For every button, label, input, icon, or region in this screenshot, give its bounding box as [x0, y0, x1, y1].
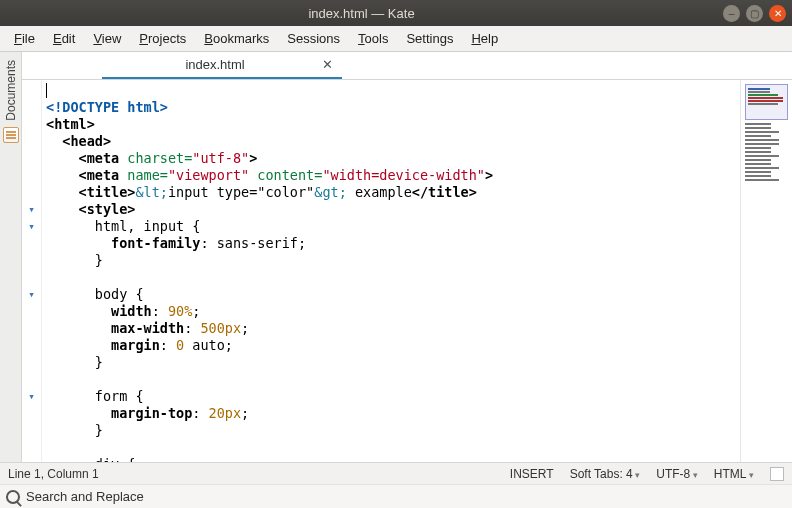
search-replace-bar[interactable]: Search and Replace [0, 484, 792, 508]
cursor-position[interactable]: Line 1, Column 1 [8, 467, 99, 481]
menu-settings[interactable]: Settings [398, 29, 461, 48]
menu-bar: File Edit View Projects Bookmarks Sessio… [0, 26, 792, 52]
encoding-selector[interactable]: UTF-8 [656, 467, 698, 481]
menu-sessions[interactable]: Sessions [279, 29, 348, 48]
tab-label: index.html [110, 57, 320, 72]
menu-file[interactable]: File [6, 29, 43, 48]
fold-gutter[interactable]: ▾ ▾ ▾ ▾ [22, 80, 42, 462]
fold-marker-icon[interactable]: ▾ [22, 218, 41, 235]
documents-icon[interactable] [3, 127, 19, 143]
fold-marker-icon[interactable]: ▾ [22, 201, 41, 218]
code-editor[interactable]: <!DOCTYPE html> <html> <head> <meta char… [42, 80, 740, 462]
minimap-viewport[interactable] [745, 84, 788, 120]
menu-projects[interactable]: Projects [131, 29, 194, 48]
fold-marker-icon[interactable]: ▾ [22, 388, 41, 405]
minimap[interactable] [740, 80, 792, 462]
menu-help[interactable]: Help [463, 29, 506, 48]
window-minimize-button[interactable]: – [723, 5, 740, 22]
documents-panel-toggle[interactable]: Documents [4, 60, 18, 121]
menu-bookmarks[interactable]: Bookmarks [196, 29, 277, 48]
fold-marker-icon[interactable]: ▾ [22, 286, 41, 303]
tab-bar: index.html ✕ [22, 52, 792, 80]
window-titlebar: index.html — Kate – ▢ ✕ [0, 0, 792, 26]
tab-index-html[interactable]: index.html ✕ [102, 52, 342, 79]
tab-close-icon[interactable]: ✕ [320, 58, 334, 72]
menu-view[interactable]: View [85, 29, 129, 48]
syntax-selector[interactable]: HTML [714, 467, 754, 481]
indentation-selector[interactable]: Soft Tabs: 4 [570, 467, 641, 481]
text-cursor [46, 83, 47, 98]
search-replace-label: Search and Replace [26, 489, 144, 504]
window-close-button[interactable]: ✕ [769, 5, 786, 22]
left-sidebar: Documents [0, 52, 22, 462]
menu-edit[interactable]: Edit [45, 29, 83, 48]
edit-mode[interactable]: INSERT [510, 467, 554, 481]
window-maximize-button[interactable]: ▢ [746, 5, 763, 22]
window-title: index.html — Kate [6, 6, 717, 21]
status-bar: Line 1, Column 1 INSERT Soft Tabs: 4 UTF… [0, 462, 792, 484]
search-icon [6, 490, 20, 504]
new-document-icon[interactable] [770, 467, 784, 481]
menu-tools[interactable]: Tools [350, 29, 396, 48]
